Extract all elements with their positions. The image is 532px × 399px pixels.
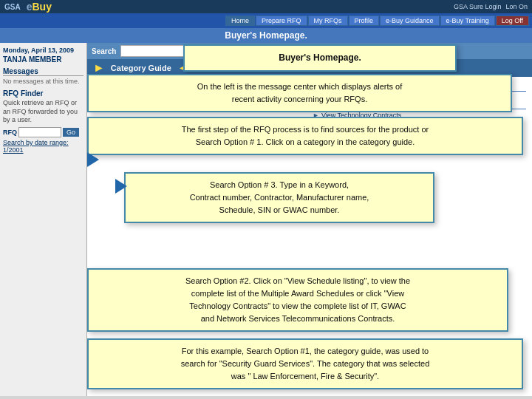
nav-my-rfqs[interactable]: My RFQs	[308, 16, 348, 26]
tooltip-buyers-homepage: Buyer's Homepage.	[183, 44, 457, 72]
arrow-to-search	[115, 179, 127, 194]
tooltip-5-text: Search Option #2. Click on "View Schedul…	[185, 276, 410, 323]
rfq-finder-title: RFQ Finder	[3, 89, 83, 98]
gsa-header-strip: GSA eBuy GSA Sure Login Lon On	[0, 0, 532, 13]
nav-profile[interactable]: Profile	[349, 16, 380, 26]
gsa-branding: GSA eBuy	[4, 1, 52, 13]
tooltip-search-option-2: Search Option #2. Click on "View Schedul…	[87, 268, 508, 332]
rfq-finder-desc: Quick retrieve an RFQ or an RFQ forwarde…	[3, 99, 83, 125]
messages-section-title: Messages	[3, 67, 83, 76]
gsa-strip-right: GSA Sure Login Lon On	[454, 3, 528, 10]
ebuy-buy: Buy	[32, 1, 51, 13]
sidebar-date: Monday, April 13, 2009	[3, 47, 83, 54]
rfq-date-range-link[interactable]: Search by date range: 1/2001	[3, 139, 83, 154]
nav-tab-bar: Home Prepare RFQ My RFQs Profile e-Buy G…	[0, 13, 532, 28]
tooltip-search-option-3: Search Option # 3. Type in a Keyword,Con…	[124, 172, 434, 223]
page-background: GSA eBuy GSA Sure Login Lon On Home Prep…	[0, 0, 532, 399]
no-messages-text: No messages at this time.	[3, 78, 83, 85]
rfq-number-input[interactable]	[18, 127, 61, 137]
page-title: Buyer's Homepage.	[225, 30, 307, 41]
arrow-to-catguide	[87, 152, 99, 167]
tooltip-message-center: On the left is the message center which …	[87, 74, 512, 112]
category-guide-title: Category Guide	[111, 64, 171, 72]
tooltip-rfq-first-step: The first step of the RFQ process is to …	[87, 117, 523, 155]
content-row: Monday, April 13, 2009 TANJA MEMBER Mess…	[0, 43, 532, 396]
gsa-logo: GSA	[4, 3, 21, 11]
tooltip-6-text: For this example, Search Option #1, the …	[181, 347, 430, 381]
sidebar-user: TANJA MEMBER	[3, 55, 83, 64]
category-arrow-icon: ►	[93, 61, 105, 75]
nav-log-off[interactable]: Log Off	[496, 16, 529, 26]
tooltip-2-text: On the left is the message center which …	[197, 82, 403, 103]
tooltip-4-text: Search Option # 3. Type in a Keyword,Con…	[190, 180, 369, 214]
search-label: Search	[92, 47, 116, 55]
ebuy-window: GSA eBuy GSA Sure Login Lon On Home Prep…	[0, 0, 532, 399]
nav-ebuy-training[interactable]: e-Buy Training	[440, 16, 495, 26]
rfq-input-row: RFQ Go	[3, 127, 83, 137]
nav-prepare-rfq[interactable]: Prepare RFQ	[256, 16, 307, 26]
rfq-go-button[interactable]: Go	[63, 128, 79, 137]
left-sidebar: Monday, April 13, 2009 TANJA MEMBER Mess…	[0, 43, 87, 396]
tooltip-1-text: Buyer's Homepage.	[279, 52, 361, 63]
nav-ebuy-guidance[interactable]: e-Buy Guidance	[380, 16, 440, 26]
ebuy-brand: eBuy	[27, 1, 52, 13]
nav-home[interactable]: Home	[225, 16, 255, 26]
lon-on-text: Lon On	[505, 3, 528, 10]
rfq-label: RFQ	[3, 129, 17, 136]
tooltip-3-text: The first step of the RFQ process is to …	[182, 125, 429, 146]
page-title-bar: Buyer's Homepage.	[0, 28, 532, 43]
gsa-sure-login: GSA Sure Login	[454, 3, 502, 10]
tooltip-example-search: For this example, Search Option #1, the …	[87, 338, 523, 389]
right-panel: Search Search ► Category Guide ◄ ▼ Fall/…	[87, 43, 532, 396]
